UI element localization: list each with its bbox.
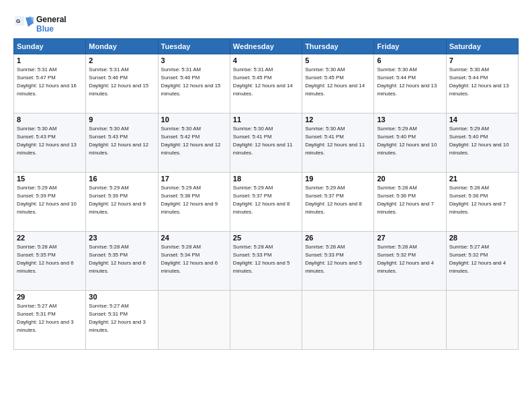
day-header-saturday: Saturday (446, 38, 518, 54)
table-row: 3 Sunrise: 5:31 AMSunset: 5:46 PMDayligh… (158, 54, 230, 113)
day-number: 14 (449, 116, 515, 124)
day-number: 25 (233, 234, 299, 242)
day-header-thursday: Thursday (302, 38, 374, 54)
day-number: 19 (305, 175, 371, 183)
logo-svg: G (13, 15, 34, 34)
day-number: 30 (89, 293, 154, 301)
day-info: Sunrise: 5:30 AMSunset: 5:43 PMDaylight:… (89, 126, 148, 156)
table-row: 26 Sunrise: 5:28 AMSunset: 5:33 PMDaylig… (302, 231, 374, 290)
table-row: 17 Sunrise: 5:29 AMSunset: 5:38 PMDaylig… (158, 172, 230, 231)
day-number: 28 (449, 234, 515, 242)
table-row: 25 Sunrise: 5:28 AMSunset: 5:33 PMDaylig… (230, 231, 302, 290)
table-row: 23 Sunrise: 5:28 AMSunset: 5:35 PMDaylig… (86, 231, 158, 290)
day-number: 12 (305, 116, 371, 124)
day-info: Sunrise: 5:30 AMSunset: 5:41 PMDaylight:… (233, 126, 293, 156)
table-row: 8 Sunrise: 5:30 AMSunset: 5:43 PMDayligh… (14, 113, 86, 172)
day-info: Sunrise: 5:29 AMSunset: 5:39 PMDaylight:… (17, 185, 77, 215)
table-row (446, 290, 518, 349)
table-row: 18 Sunrise: 5:29 AMSunset: 5:37 PMDaylig… (230, 172, 302, 231)
day-number: 23 (89, 234, 154, 242)
day-number: 7 (449, 56, 515, 64)
day-number: 29 (17, 293, 83, 301)
table-row: 1 Sunrise: 5:31 AMSunset: 5:47 PMDayligh… (14, 54, 86, 113)
table-row: 20 Sunrise: 5:28 AMSunset: 5:36 PMDaylig… (374, 172, 446, 231)
table-row: 9 Sunrise: 5:30 AMSunset: 5:43 PMDayligh… (86, 113, 158, 172)
table-row (230, 290, 302, 349)
table-row: 5 Sunrise: 5:30 AMSunset: 5:45 PMDayligh… (302, 54, 374, 113)
table-row: 10 Sunrise: 5:30 AMSunset: 5:42 PMDaylig… (158, 113, 230, 172)
day-info: Sunrise: 5:28 AMSunset: 5:32 PMDaylight:… (377, 244, 434, 274)
table-row (374, 290, 446, 349)
table-row: 30 Sunrise: 5:27 AMSunset: 5:31 PMDaylig… (86, 290, 158, 349)
day-number: 15 (17, 175, 83, 183)
day-number: 24 (161, 234, 227, 242)
day-info: Sunrise: 5:31 AMSunset: 5:46 PMDaylight:… (161, 66, 221, 97)
table-row: 12 Sunrise: 5:30 AMSunset: 5:41 PMDaylig… (302, 113, 374, 172)
day-number: 6 (377, 56, 443, 64)
day-info: Sunrise: 5:28 AMSunset: 5:35 PMDaylight:… (17, 244, 74, 274)
day-info: Sunrise: 5:27 AMSunset: 5:32 PMDaylight:… (449, 244, 506, 274)
day-number: 20 (377, 175, 443, 183)
table-row: 4 Sunrise: 5:31 AMSunset: 5:45 PMDayligh… (230, 54, 302, 113)
day-info: Sunrise: 5:28 AMSunset: 5:36 PMDaylight:… (449, 185, 506, 215)
table-row: 24 Sunrise: 5:28 AMSunset: 5:34 PMDaylig… (158, 231, 230, 290)
day-info: Sunrise: 5:30 AMSunset: 5:42 PMDaylight:… (161, 126, 221, 156)
logo-line2: Blue (36, 24, 66, 34)
table-row: 29 Sunrise: 5:27 AMSunset: 5:31 PMDaylig… (14, 290, 86, 349)
day-info: Sunrise: 5:30 AMSunset: 5:45 PMDaylight:… (305, 66, 365, 97)
day-number: 11 (233, 116, 299, 124)
table-row: 14 Sunrise: 5:29 AMSunset: 5:40 PMDaylig… (446, 113, 518, 172)
day-header-monday: Monday (86, 38, 158, 54)
table-row: 15 Sunrise: 5:29 AMSunset: 5:39 PMDaylig… (14, 172, 86, 231)
table-row: 16 Sunrise: 5:29 AMSunset: 5:39 PMDaylig… (86, 172, 158, 231)
calendar-table: SundayMondayTuesdayWednesdayThursdayFrid… (13, 38, 519, 350)
table-row: 19 Sunrise: 5:29 AMSunset: 5:37 PMDaylig… (302, 172, 374, 231)
day-info: Sunrise: 5:30 AMSunset: 5:44 PMDaylight:… (449, 66, 509, 97)
day-number: 3 (161, 56, 227, 64)
day-number: 16 (89, 175, 154, 183)
table-row: 13 Sunrise: 5:29 AMSunset: 5:40 PMDaylig… (374, 113, 446, 172)
table-row: 27 Sunrise: 5:28 AMSunset: 5:32 PMDaylig… (374, 231, 446, 290)
day-info: Sunrise: 5:28 AMSunset: 5:33 PMDaylight:… (233, 244, 290, 274)
day-info: Sunrise: 5:28 AMSunset: 5:36 PMDaylight:… (377, 185, 434, 215)
day-info: Sunrise: 5:31 AMSunset: 5:46 PMDaylight:… (89, 66, 148, 97)
table-row: 11 Sunrise: 5:30 AMSunset: 5:41 PMDaylig… (230, 113, 302, 172)
logo-line1: General (36, 15, 66, 24)
day-number: 4 (233, 56, 299, 64)
day-info: Sunrise: 5:31 AMSunset: 5:47 PMDaylight:… (17, 66, 77, 97)
table-row: 22 Sunrise: 5:28 AMSunset: 5:35 PMDaylig… (14, 231, 86, 290)
day-info: Sunrise: 5:28 AMSunset: 5:35 PMDaylight:… (89, 244, 146, 274)
day-info: Sunrise: 5:28 AMSunset: 5:34 PMDaylight:… (161, 244, 218, 274)
day-number: 21 (449, 175, 515, 183)
day-number: 1 (17, 56, 83, 64)
day-number: 27 (377, 234, 443, 242)
day-info: Sunrise: 5:27 AMSunset: 5:31 PMDaylight:… (89, 303, 146, 333)
day-header-friday: Friday (374, 38, 446, 54)
day-info: Sunrise: 5:27 AMSunset: 5:31 PMDaylight:… (17, 303, 74, 333)
day-number: 5 (305, 56, 371, 64)
day-info: Sunrise: 5:29 AMSunset: 5:40 PMDaylight:… (377, 126, 437, 156)
day-info: Sunrise: 5:31 AMSunset: 5:45 PMDaylight:… (233, 66, 293, 97)
day-info: Sunrise: 5:29 AMSunset: 5:39 PMDaylight:… (89, 185, 146, 215)
day-number: 26 (305, 234, 371, 242)
day-number: 10 (161, 116, 227, 124)
day-number: 22 (17, 234, 83, 242)
table-row (158, 290, 230, 349)
table-row: 21 Sunrise: 5:28 AMSunset: 5:36 PMDaylig… (446, 172, 518, 231)
table-row: 28 Sunrise: 5:27 AMSunset: 5:32 PMDaylig… (446, 231, 518, 290)
day-header-wednesday: Wednesday (230, 38, 302, 54)
table-row: 2 Sunrise: 5:31 AMSunset: 5:46 PMDayligh… (86, 54, 158, 113)
day-number: 18 (233, 175, 299, 183)
day-info: Sunrise: 5:29 AMSunset: 5:37 PMDaylight:… (305, 185, 362, 215)
day-info: Sunrise: 5:30 AMSunset: 5:44 PMDaylight:… (377, 66, 437, 97)
day-info: Sunrise: 5:30 AMSunset: 5:41 PMDaylight:… (305, 126, 365, 156)
day-number: 13 (377, 116, 443, 124)
day-number: 2 (89, 56, 154, 64)
day-header-sunday: Sunday (14, 38, 86, 54)
day-number: 17 (161, 175, 227, 183)
day-number: 8 (17, 116, 83, 124)
table-row (302, 290, 374, 349)
logo: G General Blue (13, 15, 66, 34)
day-header-tuesday: Tuesday (158, 38, 230, 54)
day-number: 9 (89, 116, 154, 124)
